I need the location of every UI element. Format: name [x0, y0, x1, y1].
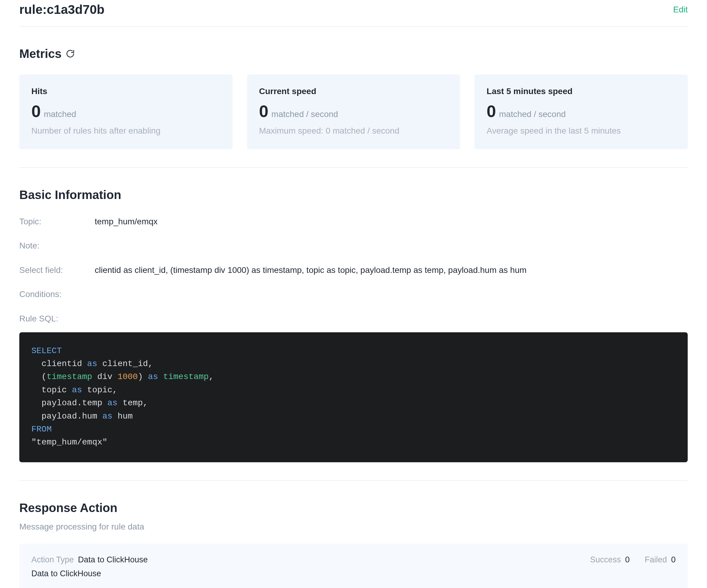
sql-token: [158, 372, 163, 381]
rule-sql-label: Rule SQL:: [19, 313, 95, 325]
action-type-value: Data to ClickHouse: [78, 554, 148, 566]
response-action-card: Action Type Data to ClickHouse Success 0…: [19, 544, 688, 588]
metric-card-title: Current speed: [259, 85, 448, 98]
topic-label: Topic:: [19, 216, 95, 228]
metric-card-desc: Number of rules hits after enabling: [31, 125, 221, 137]
metrics-cards: Hits 0 matched Number of rules hits afte…: [19, 74, 688, 149]
rule-sql-code: SELECT clientid as client_id, (timestamp…: [19, 332, 688, 462]
metric-card-current-speed: Current speed 0 matched / second Maximum…: [247, 74, 460, 149]
basic-info-heading: Basic Information: [19, 186, 121, 204]
metric-card-unit: matched / second: [499, 108, 566, 120]
failed-label: Failed: [645, 554, 667, 566]
page-title: rule:c1a3d70b: [19, 1, 104, 19]
section-divider: [19, 480, 688, 481]
failed-value: 0: [671, 554, 676, 566]
metric-card-value: 0: [486, 103, 496, 120]
sql-token: topic,: [82, 385, 117, 395]
sql-token: payload.temp: [31, 398, 107, 408]
sql-token: (: [31, 372, 46, 381]
select-field-label: Select field:: [19, 264, 95, 277]
sql-token: FROM: [31, 424, 52, 434]
success-value: 0: [625, 554, 630, 566]
metric-card-desc: Average speed in the last 5 minutes: [486, 125, 676, 137]
sql-token: div: [92, 372, 117, 381]
response-action-sub: Message processing for rule data: [19, 521, 688, 533]
sql-token: topic: [31, 385, 72, 395]
sql-token: "temp_hum/emqx": [31, 438, 107, 447]
success-label: Success: [590, 554, 621, 566]
sql-token: as: [148, 372, 158, 381]
action-title: Data to ClickHouse: [31, 568, 676, 580]
select-field-value: clientid as client_id, (timestamp div 10…: [95, 264, 527, 277]
metric-card-value: 0: [259, 103, 268, 120]
edit-link[interactable]: Edit: [673, 4, 688, 16]
basic-info-rows: Topic: temp_hum/emqx Note: Select field:…: [19, 216, 688, 325]
sql-token: payload.hum: [31, 412, 102, 421]
action-type-label: Action Type: [31, 554, 74, 566]
sql-token: as: [102, 412, 112, 421]
sql-token: 1000: [117, 372, 138, 381]
response-action-heading: Response Action: [19, 499, 117, 517]
section-divider: [19, 167, 688, 168]
sql-token: timestamp: [46, 372, 92, 381]
metric-card-title: Hits: [31, 85, 221, 98]
sql-token: client_id,: [97, 359, 153, 369]
metric-card-unit: matched: [44, 108, 76, 120]
topic-value: temp_hum/emqx: [95, 216, 158, 228]
sql-token: as: [107, 398, 117, 408]
metric-card-hits: Hits 0 matched Number of rules hits afte…: [19, 74, 233, 149]
sql-token: clientid: [31, 359, 87, 369]
sql-token: ,: [209, 372, 214, 381]
metric-card-unit: matched / second: [271, 108, 338, 120]
metric-card-title: Last 5 minutes speed: [486, 85, 676, 98]
refresh-icon[interactable]: [66, 49, 75, 58]
conditions-label: Conditions:: [19, 288, 95, 301]
sql-token: ): [138, 372, 148, 381]
metric-card-last-5m: Last 5 minutes speed 0 matched / second …: [474, 74, 688, 149]
sql-token: as: [72, 385, 82, 395]
sql-token: temp,: [117, 398, 148, 408]
metric-card-desc: Maximum speed: 0 matched / second: [259, 125, 448, 137]
metric-card-value: 0: [31, 103, 41, 120]
sql-token: timestamp: [163, 372, 209, 381]
sql-token: hum: [112, 412, 133, 421]
sql-token: as: [87, 359, 97, 369]
note-label: Note:: [19, 240, 95, 252]
sql-token: SELECT: [31, 346, 62, 355]
metrics-heading: Metrics: [19, 45, 62, 62]
